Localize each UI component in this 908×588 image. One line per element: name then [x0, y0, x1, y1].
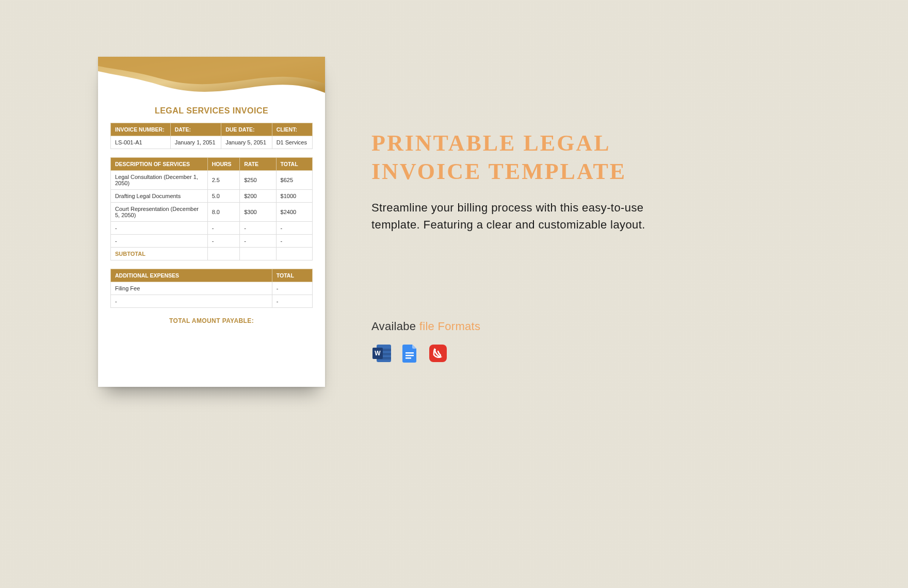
table-row: Legal Consultation (December 1, 2050)2.5…	[111, 171, 313, 190]
page-description: Streamline your billing process with thi…	[371, 199, 691, 233]
page-title: PRINTABLE LEGAL INVOICE TEMPLATE	[371, 129, 691, 186]
invoice-preview: LEGAL SERVICES INVOICE INVOICE NUMBER: D…	[98, 57, 325, 387]
services-table: DESCRIPTION OF SERVICES HOURS RATE TOTAL…	[110, 157, 313, 260]
svc-h-desc: DESCRIPTION OF SERVICES	[111, 158, 208, 171]
word-icon[interactable]: W	[371, 342, 393, 364]
svc-h-rate: RATE	[240, 158, 276, 171]
formats-label-b: file Formats	[419, 320, 481, 333]
svc-h-total: TOTAL	[276, 158, 312, 171]
table-row: Court Representation (December 5, 2050)8…	[111, 203, 313, 222]
invoice-title: LEGAL SERVICES INVOICE	[110, 106, 313, 116]
svg-rect-8	[406, 357, 411, 359]
meta-h-due: DUE DATE:	[221, 123, 272, 136]
table-row: --	[111, 295, 313, 308]
table-row: ----	[111, 235, 313, 248]
table-row: Filing Fee-	[111, 282, 313, 295]
pdf-icon[interactable]	[427, 342, 449, 364]
meta-v-client: D1 Services	[272, 136, 312, 149]
file-formats: Availabe file Formats W	[371, 320, 480, 364]
expenses-table: ADDITIONAL EXPENSES TOTAL Filing Fee- --	[110, 269, 313, 308]
svg-point-10	[434, 349, 436, 351]
gdocs-icon[interactable]	[399, 342, 421, 364]
header-swoosh	[98, 57, 325, 103]
svg-rect-9	[429, 345, 447, 362]
formats-label: Availabe file Formats	[371, 320, 480, 333]
invoice-meta-table: INVOICE NUMBER: DATE: DUE DATE: CLIENT: …	[110, 123, 313, 149]
table-row: ----	[111, 222, 313, 235]
meta-h-invno: INVOICE NUMBER:	[111, 123, 171, 136]
table-row: Drafting Legal Documents5.0$200$1000	[111, 190, 313, 203]
subtotal-row: SUBTOTAL	[111, 248, 313, 260]
svg-rect-7	[406, 355, 414, 356]
meta-v-invno: LS-001-A1	[111, 136, 171, 149]
exp-h-desc: ADDITIONAL EXPENSES	[111, 269, 272, 282]
meta-h-date: DATE:	[170, 123, 221, 136]
formats-label-a: Availabe	[371, 320, 419, 333]
meta-v-date: January 1, 2051	[170, 136, 221, 149]
exp-h-total: TOTAL	[272, 269, 312, 282]
svg-text:W: W	[375, 350, 381, 357]
svc-h-hours: HOURS	[207, 158, 240, 171]
svg-rect-6	[406, 352, 414, 354]
invoice-content: LEGAL SERVICES INVOICE INVOICE NUMBER: D…	[110, 103, 313, 324]
template-info: PRINTABLE LEGAL INVOICE TEMPLATE Streaml…	[371, 129, 691, 233]
meta-v-due: January 5, 2051	[221, 136, 272, 149]
meta-h-client: CLIENT:	[272, 123, 312, 136]
total-amount-label: TOTAL AMOUNT PAYABLE:	[110, 317, 313, 324]
